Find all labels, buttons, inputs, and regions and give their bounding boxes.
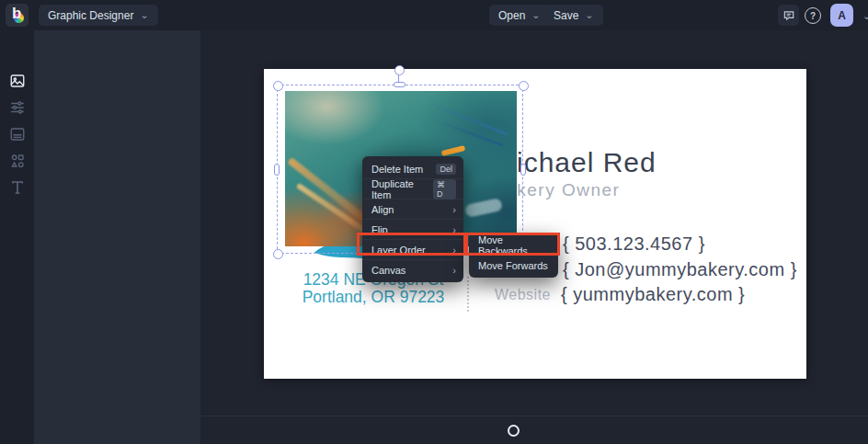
card-phone-text[interactable]: { 503.123.4567 } <box>563 233 705 255</box>
help-icon: ? <box>805 7 821 24</box>
image-icon <box>9 73 26 89</box>
mode-switcher[interactable]: Graphic Designer ⌄ <box>39 5 158 26</box>
resize-handle-top-right[interactable] <box>519 81 529 91</box>
logo-b-letter: b <box>12 5 21 23</box>
sidebar-item-graphics[interactable] <box>8 152 27 170</box>
address-line2: Portland, OR 97223 <box>294 289 452 306</box>
avatar[interactable]: A <box>830 4 853 27</box>
card-website-text[interactable]: { yummybakery.com } <box>561 284 745 305</box>
feedback-button[interactable] <box>778 5 799 26</box>
chevron-down-icon: ⌄ <box>585 10 593 20</box>
submenu-item-move-forwards[interactable]: Move Forwards <box>469 255 558 275</box>
tutorial-highlight-move-backwards <box>465 233 560 256</box>
menu-item-align[interactable]: Align › <box>362 199 463 219</box>
chevron-down-icon: ⌄ <box>531 10 540 20</box>
avatar-initial: A <box>838 9 846 22</box>
account-menu-chevron-icon[interactable]: ⌄ <box>862 11 868 21</box>
mode-label: Graphic Designer <box>48 9 133 22</box>
chevron-right-icon: › <box>452 265 456 276</box>
sidebar-item-edit[interactable] <box>8 98 27 117</box>
befunky-logo[interactable]: b <box>6 4 29 27</box>
shortcut-badge: Del <box>436 164 456 175</box>
help-button[interactable]: ? <box>805 7 821 24</box>
resize-handle-left[interactable] <box>274 164 280 176</box>
template-icon <box>9 126 26 142</box>
card-dotted-divider <box>467 277 469 312</box>
resize-handle-bottom-left[interactable] <box>273 249 283 259</box>
menu-item-canvas[interactable]: Canvas › <box>362 259 463 279</box>
card-email-text[interactable]: { Jon@yummybakery.com } <box>563 259 797 280</box>
chat-icon <box>782 9 795 22</box>
context-menu: Delete Item Del Duplicate Item ⌘ D Align… <box>362 156 463 282</box>
sidebar-item-templates[interactable] <box>8 125 27 143</box>
text-icon <box>9 179 26 196</box>
resize-handle-top[interactable] <box>394 82 405 87</box>
sliders-icon <box>9 99 26 116</box>
menu-item-label: Align <box>371 204 394 215</box>
left-toolbar <box>0 30 34 444</box>
menu-item-label: Delete Item <box>371 164 423 175</box>
open-button[interactable]: Open ⌄ <box>489 5 550 26</box>
rotation-handle[interactable] <box>394 65 405 75</box>
image-properties-panel <box>34 30 200 444</box>
bottom-toolbar <box>200 416 868 444</box>
menu-item-delete[interactable]: Delete Item Del <box>362 159 463 178</box>
resize-handle-right[interactable] <box>520 164 526 176</box>
shortcut-badge: ⌘ D <box>433 179 456 199</box>
menu-item-duplicate[interactable]: Duplicate Item ⌘ D <box>362 178 463 199</box>
resize-handle-top-left[interactable] <box>273 81 283 91</box>
chevron-down-icon: ⌄ <box>140 10 148 20</box>
shapes-icon <box>9 153 26 169</box>
card-website-label[interactable]: Website <box>495 287 551 303</box>
save-label: Save <box>554 9 578 22</box>
sidebar-item-image-manager[interactable] <box>8 72 27 90</box>
tutorial-highlight-layer-order <box>357 233 466 256</box>
menu-item-label: Duplicate Item <box>371 178 433 200</box>
top-bar: b Graphic Designer ⌄ Open ⌄ Save ⌄ ? A ⌄ <box>0 0 868 30</box>
chevron-right-icon: › <box>452 204 456 215</box>
menu-item-label: Move Forwards <box>478 260 548 271</box>
menu-item-label: Canvas <box>371 265 405 276</box>
sidebar-item-text[interactable] <box>8 178 27 197</box>
save-button[interactable]: Save ⌄ <box>544 5 603 26</box>
zoom-slider-knob[interactable] <box>508 425 520 437</box>
open-label: Open <box>498 9 525 22</box>
